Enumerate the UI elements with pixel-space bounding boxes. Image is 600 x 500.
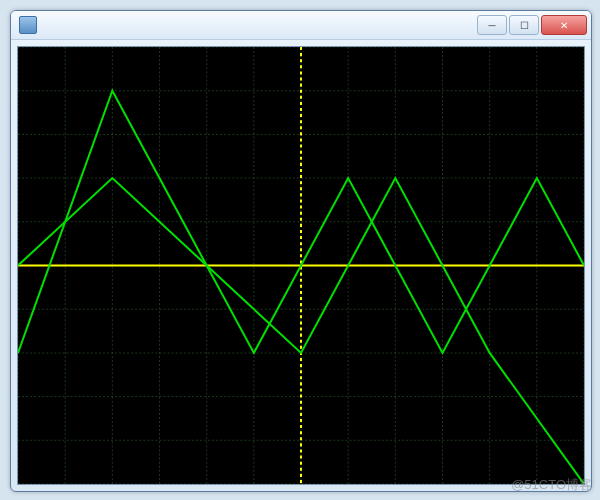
minimize-button[interactable]: ─ [477,15,507,35]
oscilloscope-chart [18,47,584,484]
close-button[interactable]: ✕ [541,15,587,35]
plot-area [17,46,585,485]
app-icon [19,16,37,34]
window-buttons: ─ ☐ ✕ [477,15,587,35]
window-frame: ─ ☐ ✕ [10,10,592,492]
maximize-button[interactable]: ☐ [509,15,539,35]
titlebar[interactable]: ─ ☐ ✕ [11,11,591,40]
